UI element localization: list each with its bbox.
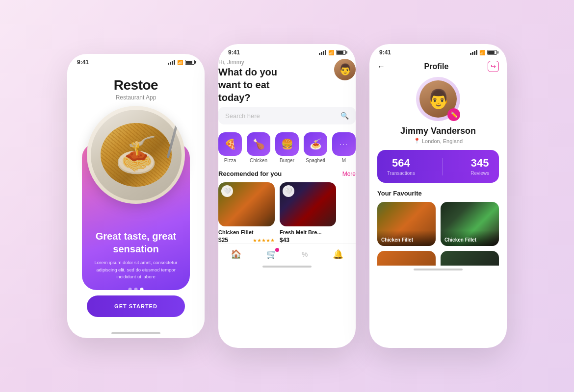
fav-card-4-partial bbox=[441, 251, 499, 266]
food-cards: 🤍 Chicken Fillet $25 ★★★★★ 🤍 Fresh Melt … bbox=[218, 182, 356, 244]
more-button[interactable]: More bbox=[342, 171, 356, 177]
status-time-1: 9:41 bbox=[77, 59, 89, 66]
splash-content: Restoe Restaurant App 🍝 bbox=[67, 69, 205, 329]
hero-body: Lorem ipsum dolor sit amet, consectetur … bbox=[87, 259, 185, 280]
battery-icon-2 bbox=[336, 50, 346, 55]
chicken-label: Chicken bbox=[250, 158, 267, 163]
food-stars-1: ★★★★★ bbox=[253, 238, 275, 243]
burger-icon-box: 🍔 bbox=[275, 132, 299, 156]
signal-icon-3 bbox=[470, 50, 477, 55]
profile-location: 📍 London, England bbox=[414, 138, 463, 144]
recommended-header: Recomended for you More bbox=[218, 170, 356, 177]
phone-profile: 9:41 📶 ← Profile ↪ 👨 ✏️ Jimmy Vanderson bbox=[369, 44, 507, 348]
food-name-2: Fresh Melt Bre... bbox=[280, 229, 336, 235]
get-started-button[interactable]: GET STARTED bbox=[87, 295, 185, 317]
category-more[interactable]: ··· M bbox=[332, 132, 356, 163]
fav-card-1[interactable]: Chicken Fillet bbox=[377, 202, 436, 246]
pizza-label: Pizza bbox=[224, 158, 236, 163]
category-spagheti[interactable]: 🍝 Spagheti bbox=[304, 132, 327, 163]
app-title: Restoe bbox=[114, 77, 158, 93]
chicken-icon-box: 🍗 bbox=[247, 132, 270, 156]
home-indicator-2 bbox=[262, 266, 312, 268]
home-content: Hi, Jimmy What do you want to eat today?… bbox=[218, 59, 356, 244]
status-icons-3: 📶 bbox=[470, 50, 497, 55]
food-name-1: Chicken Fillet bbox=[218, 229, 275, 235]
status-bar-2: 9:41 📶 bbox=[218, 44, 356, 59]
avatar-face: 👨 bbox=[334, 59, 356, 80]
status-bar-3: 9:41 📶 bbox=[369, 44, 507, 59]
status-time-3: 9:41 bbox=[379, 49, 391, 56]
app-subtitle: Restaurant App bbox=[114, 94, 158, 101]
food-price-2: $43 bbox=[280, 237, 289, 244]
food-card-1[interactable]: 🤍 Chicken Fillet $25 ★★★★★ bbox=[218, 182, 275, 244]
search-bar[interactable]: Search here 🔍 bbox=[218, 107, 356, 124]
cart-badge bbox=[275, 248, 279, 252]
price-row-1: $25 ★★★★★ bbox=[218, 237, 275, 244]
signal-icon-2 bbox=[319, 50, 326, 55]
heart-btn-2[interactable]: 🤍 bbox=[283, 185, 294, 197]
reviews-label: Reviews bbox=[470, 171, 489, 176]
favourites-grid: Chicken Fillet Chicken Fillet bbox=[377, 202, 499, 246]
food-card-2[interactable]: 🤍 Fresh Melt Bre... $43 bbox=[280, 182, 336, 244]
fav-partial-row bbox=[377, 251, 499, 266]
wifi-icon-3: 📶 bbox=[479, 50, 485, 55]
wifi-icon-2: 📶 bbox=[328, 50, 334, 55]
food-img-1: 🤍 bbox=[218, 182, 275, 226]
reviews-number: 345 bbox=[470, 157, 489, 170]
food-image: 🍝 bbox=[87, 106, 185, 204]
logout-button[interactable]: ↪ bbox=[488, 61, 499, 72]
back-button[interactable]: ← bbox=[377, 62, 385, 71]
greeting-text: Hi, Jimmy What do you want to eat today? bbox=[218, 59, 302, 104]
signal-icon-1 bbox=[168, 60, 175, 65]
spagheti-icon-box: 🍝 bbox=[304, 132, 327, 156]
home-nav-icon: 🏠 bbox=[231, 249, 241, 260]
dot-1 bbox=[129, 288, 132, 291]
search-placeholder: Search here bbox=[225, 112, 337, 120]
carousel-dots bbox=[129, 288, 144, 291]
category-chicken[interactable]: 🍗 Chicken bbox=[247, 132, 270, 163]
greeting-hi: Hi, Jimmy bbox=[218, 59, 302, 66]
more-cat-label: M bbox=[342, 158, 346, 163]
stat-transactions: 564 Transactions bbox=[387, 157, 415, 176]
profile-content: ← Profile ↪ 👨 ✏️ Jimmy Vanderson 📍 Londo… bbox=[369, 59, 507, 266]
search-icon: 🔍 bbox=[340, 112, 349, 120]
fav-label-2: Chicken Fillet bbox=[441, 230, 499, 246]
fav-card-2[interactable]: Chicken Fillet bbox=[441, 202, 499, 246]
home-indicator-3 bbox=[414, 269, 463, 270]
location-text: London, England bbox=[422, 138, 463, 144]
avatar-ring: 👨 ✏️ bbox=[416, 77, 460, 121]
favourites-section: Your Favourite Chicken Fillet Chicken Fi… bbox=[369, 190, 507, 266]
dot-2 bbox=[134, 288, 138, 291]
more-icon-box: ··· bbox=[332, 132, 356, 156]
battery-icon-3 bbox=[487, 50, 497, 55]
phone-home: 9:41 📶 Hi, Jimmy What do you want to eat… bbox=[218, 44, 356, 348]
avatar-edit-button[interactable]: ✏️ bbox=[447, 108, 460, 121]
transactions-number: 564 bbox=[387, 157, 415, 170]
food-img-2: 🤍 bbox=[280, 182, 336, 226]
stats-card: 564 Transactions 345 Reviews bbox=[377, 150, 499, 183]
price-row-2: $43 bbox=[280, 237, 336, 244]
nav-offers[interactable]: % bbox=[302, 250, 308, 258]
category-burger[interactable]: 🍔 Burger bbox=[275, 132, 299, 163]
category-pizza[interactable]: 🍕 Pizza bbox=[218, 132, 242, 163]
status-time-2: 9:41 bbox=[228, 49, 240, 56]
heart-btn-1[interactable]: 🤍 bbox=[221, 185, 233, 197]
status-bar-1: 9:41 📶 bbox=[67, 54, 205, 69]
stat-divider bbox=[443, 158, 443, 175]
nav-notifications[interactable]: 🔔 bbox=[333, 249, 343, 260]
nav-cart[interactable]: 🛒 bbox=[266, 249, 277, 260]
nav-home[interactable]: 🏠 bbox=[231, 249, 241, 260]
profile-title: Profile bbox=[424, 62, 449, 71]
user-avatar[interactable]: 👨 bbox=[334, 59, 356, 80]
favourites-title: Your Favourite bbox=[377, 190, 499, 197]
phone-splash: 9:41 📶 Restoe Restaurant App bbox=[67, 54, 205, 338]
status-icons-2: 📶 bbox=[319, 50, 346, 55]
bell-nav-icon: 🔔 bbox=[333, 249, 343, 260]
greeting-question: What do you want to eat today? bbox=[218, 66, 302, 104]
status-icons-1: 📶 bbox=[168, 60, 195, 65]
food-price-1: $25 bbox=[218, 237, 228, 244]
transactions-label: Transactions bbox=[387, 171, 415, 176]
home-indicator-1 bbox=[111, 332, 160, 334]
burger-label: Burger bbox=[280, 158, 294, 163]
dot-3 bbox=[140, 288, 144, 291]
